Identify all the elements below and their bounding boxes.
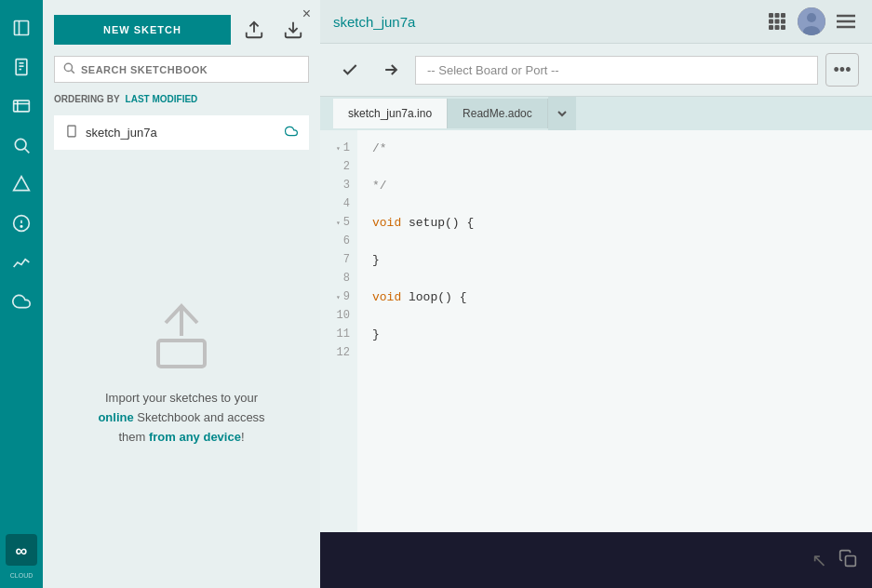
apps-grid-icon[interactable]	[764, 8, 790, 34]
board-port-label: -- Select Board or Port --	[427, 63, 559, 77]
sidebar-item-debug[interactable]	[3, 166, 40, 203]
svg-rect-32	[781, 25, 785, 30]
svg-point-9	[15, 139, 26, 150]
sidebar-item-sketchbook[interactable]	[3, 9, 40, 47]
verify-button[interactable]	[333, 53, 367, 87]
svg-rect-30	[769, 25, 773, 30]
import-text-sketchbook: Sketchbook	[137, 410, 204, 424]
svg-rect-28	[775, 20, 780, 24]
svg-point-34	[807, 13, 816, 22]
search-input[interactable]	[81, 64, 301, 75]
top-bar-right	[764, 7, 859, 35]
tabs-row: sketch_jun7a.ino ReadMe.adoc	[320, 97, 872, 130]
svg-rect-40	[846, 555, 856, 566]
svg-rect-24	[769, 13, 773, 18]
code-line-5: void setup() {	[372, 214, 857, 233]
svg-marker-11	[14, 177, 30, 191]
ordering-row: ORDERING BY LAST MODIFIED	[43, 90, 320, 112]
line-num-11: 11	[320, 326, 350, 344]
code-line-4	[372, 195, 857, 214]
top-bar: sketch_jun7a	[320, 0, 872, 44]
sidebar-item-search[interactable]	[3, 127, 40, 164]
more-options-button[interactable]: •••	[825, 53, 859, 87]
bottom-bar: ↖	[320, 532, 872, 588]
board-port-selector[interactable]: -- Select Board or Port --	[415, 56, 818, 85]
line-num-6: 6	[320, 233, 350, 251]
svg-point-14	[20, 226, 22, 228]
svg-rect-31	[775, 25, 780, 30]
top-bar-left: sketch_jun7a	[333, 14, 415, 30]
tab-dropdown-button[interactable]	[548, 97, 576, 130]
svg-rect-27	[769, 20, 773, 24]
sidebar-item-help[interactable]	[3, 205, 40, 242]
line-num-5: ▾5	[320, 214, 350, 233]
code-line-7: }	[372, 251, 857, 270]
svg-point-19	[64, 63, 72, 71]
editor-area: sketch_jun7a	[320, 0, 872, 588]
sketch-name: sketch_jun7a	[86, 126, 277, 140]
list-item[interactable]: sketch_jun7a	[54, 115, 309, 150]
cloud-sync-icon	[285, 125, 298, 140]
svg-rect-6	[14, 100, 30, 112]
avatar[interactable]	[798, 7, 825, 35]
tab-sketch-ino[interactable]: sketch_jun7a.ino	[333, 99, 448, 128]
arduino-logo: ∞	[3, 531, 40, 568]
line-num-7: 7	[320, 251, 350, 270]
svg-rect-29	[781, 20, 785, 24]
toolbar: -- Select Board or Port -- •••	[320, 44, 872, 97]
svg-rect-26	[781, 13, 785, 18]
svg-rect-0	[15, 21, 29, 35]
close-icon[interactable]: ×	[302, 6, 311, 22]
code-line-9: void loop() {	[372, 288, 857, 307]
svg-line-20	[72, 71, 74, 74]
code-line-2	[372, 158, 857, 177]
import-highlight-from: from any device	[149, 430, 241, 444]
code-editor[interactable]: /* */ void setup() { } void loop() { }	[357, 130, 872, 532]
sidebar: ∞ CLOUD	[0, 0, 43, 588]
cursor-icon: ↖	[812, 549, 827, 571]
file-sketch-icon	[65, 125, 78, 140]
line-num-9: ▾9	[320, 288, 350, 307]
ordering-value[interactable]: LAST MODIFIED	[126, 94, 198, 104]
sidebar-item-cloud[interactable]	[3, 283, 40, 320]
ordering-label: ORDERING BY	[54, 94, 120, 104]
sidebar-item-boards[interactable]	[3, 87, 40, 125]
search-box	[54, 56, 309, 83]
open-sketch-button[interactable]	[238, 13, 270, 47]
sidebar-item-serial-plotter[interactable]	[3, 244, 40, 281]
sidebar-nav	[0, 9, 43, 320]
new-sketch-button[interactable]: NEW SKETCH	[54, 15, 231, 45]
import-section: Import your sketches to your online Sket…	[43, 154, 320, 588]
import-highlight-online: online	[98, 410, 133, 424]
import-description: Import your sketches to your online Sket…	[98, 389, 264, 447]
new-sketch-row: NEW SKETCH	[43, 0, 320, 56]
code-area: ▾1 2 3 4 ▾5 6 7 8 ▾9 10 11 12 /* */ void…	[320, 130, 872, 532]
code-line-12	[372, 344, 857, 363]
sidebar-item-sketch[interactable]	[3, 48, 40, 86]
line-num-4: 4	[320, 195, 350, 214]
line-num-10: 10	[320, 307, 350, 326]
code-line-8	[372, 270, 857, 288]
line-num-2: 2	[320, 158, 350, 177]
line-numbers: ▾1 2 3 4 ▾5 6 7 8 ▾9 10 11 12	[320, 130, 357, 532]
code-line-1: /*	[372, 140, 857, 158]
svg-rect-22	[158, 341, 205, 367]
code-line-3: */	[372, 177, 857, 195]
sketchbook-panel: × NEW SKETCH ORDERING BY LAST MODIFIED s…	[43, 0, 320, 588]
svg-line-10	[25, 149, 30, 154]
copy-icon[interactable]	[838, 549, 857, 572]
svg-rect-25	[775, 13, 780, 18]
svg-rect-21	[68, 126, 75, 137]
upload-icon	[135, 294, 228, 378]
line-num-8: 8	[320, 270, 350, 288]
line-num-12: 12	[320, 344, 350, 363]
code-line-6	[372, 233, 857, 251]
hamburger-icon[interactable]	[833, 8, 859, 34]
upload-button[interactable]	[374, 53, 408, 87]
tab-readme[interactable]: ReadMe.adoc	[448, 99, 548, 128]
svg-text:∞: ∞	[16, 541, 28, 560]
search-row	[43, 56, 320, 90]
sidebar-bottom: ∞ CLOUD	[3, 531, 40, 579]
line-num-1: ▾1	[320, 140, 350, 158]
code-line-11: }	[372, 326, 857, 344]
